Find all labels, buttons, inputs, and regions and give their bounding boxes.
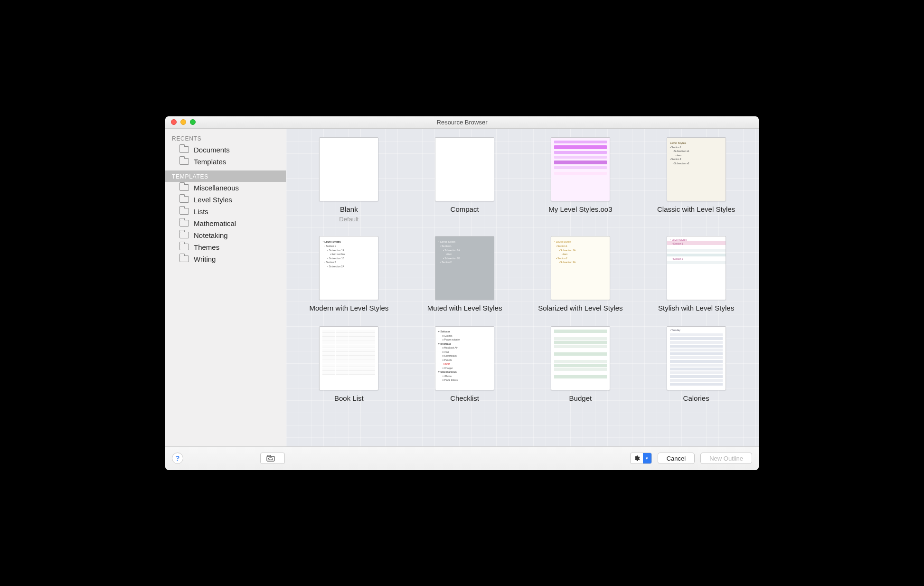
template-name: My Level Styles.oo3 bbox=[548, 205, 612, 214]
sidebar-item-label: Writing bbox=[194, 255, 216, 263]
template-item[interactable]: • Level Styles• Section 1• Subsection 1A… bbox=[301, 236, 397, 313]
template-item[interactable]: • Level Styles• Section 1• Subsection 1A… bbox=[532, 236, 629, 313]
sidebar-item-label: Templates bbox=[194, 158, 226, 166]
template-thumbnail: • Level Styles• Section 1• Subsection 1A… bbox=[435, 236, 494, 300]
template-thumbnail bbox=[319, 137, 378, 201]
window-controls bbox=[165, 119, 196, 125]
folder-icon bbox=[179, 158, 189, 165]
cancel-button[interactable]: Cancel bbox=[658, 453, 695, 464]
resource-browser-window: Resource Browser RECENTS DocumentsTempla… bbox=[165, 116, 759, 470]
folder-icon bbox=[179, 244, 189, 250]
folder-icon bbox=[179, 196, 189, 203]
sidebar-item-label: Mathematical bbox=[194, 219, 236, 227]
template-item[interactable]: My Level Styles.oo3 bbox=[532, 137, 629, 223]
template-name: Muted with Level Styles bbox=[427, 304, 502, 313]
sidebar-item-lists[interactable]: Lists bbox=[165, 206, 286, 217]
minimize-window-button[interactable] bbox=[180, 119, 186, 125]
sidebar-item-level-styles[interactable]: Level Styles bbox=[165, 194, 286, 206]
sidebar-item-themes[interactable]: Themes bbox=[165, 241, 286, 253]
titlebar: Resource Browser bbox=[165, 116, 759, 129]
sidebar-item-templates[interactable]: Templates bbox=[165, 156, 286, 168]
folder-icon bbox=[179, 146, 189, 153]
template-thumbnail: • Tuesday bbox=[667, 326, 726, 390]
template-name: Modern with Level Styles bbox=[310, 304, 389, 313]
sidebar-item-label: Level Styles bbox=[194, 196, 232, 204]
sidebar-item-notetaking[interactable]: Notetaking bbox=[165, 229, 286, 241]
template-name: Calories bbox=[683, 394, 709, 403]
template-item[interactable]: BlankDefault bbox=[301, 137, 397, 223]
sidebar-item-writing[interactable]: Writing bbox=[165, 253, 286, 265]
folder-icon bbox=[179, 184, 189, 191]
close-window-button[interactable] bbox=[171, 119, 177, 125]
svg-text:+: + bbox=[276, 455, 279, 462]
template-thumbnail bbox=[551, 326, 610, 390]
sidebar-section-recents: RECENTS bbox=[165, 132, 286, 144]
template-thumbnail: ▾ Suitcase□ Clothes□ Power adapter▾ Brie… bbox=[435, 326, 494, 390]
template-item[interactable]: • Level Styles• Section 1• Section 2Styl… bbox=[648, 236, 745, 313]
template-name: Book List bbox=[334, 394, 364, 403]
folder-icon bbox=[179, 255, 189, 262]
template-item[interactable]: Level Styles• Section 1• Subsection a1• … bbox=[648, 137, 745, 223]
svg-rect-0 bbox=[267, 456, 274, 461]
folder-icon bbox=[179, 232, 189, 238]
chevron-down-icon: ▾ bbox=[643, 453, 651, 463]
template-name: Blank bbox=[340, 205, 358, 214]
template-name: Compact bbox=[451, 205, 479, 214]
footer-toolbar: ? + ▾ Cancel New Outline bbox=[165, 446, 759, 470]
template-name: Checklist bbox=[450, 394, 479, 403]
template-thumbnail: • Level Styles• Section 1• Subsection 1A… bbox=[551, 236, 610, 300]
window-body: RECENTS DocumentsTemplates TEMPLATES Mis… bbox=[165, 129, 759, 446]
folder-icon bbox=[179, 208, 189, 215]
sidebar: RECENTS DocumentsTemplates TEMPLATES Mis… bbox=[165, 129, 286, 446]
template-thumbnail bbox=[319, 326, 378, 390]
add-linked-folder-button[interactable]: + bbox=[260, 453, 285, 464]
sidebar-item-mathematical[interactable]: Mathematical bbox=[165, 217, 286, 229]
template-item[interactable]: Compact bbox=[416, 137, 513, 223]
template-item[interactable]: Budget bbox=[532, 326, 629, 403]
sidebar-item-label: Themes bbox=[194, 243, 219, 251]
template-item[interactable]: • TuesdayCalories bbox=[648, 326, 745, 403]
template-name: Solarized with Level Styles bbox=[538, 304, 622, 313]
template-name: Stylish with Level Styles bbox=[658, 304, 734, 313]
template-name: Classic with Level Styles bbox=[657, 205, 735, 214]
action-menu-button[interactable]: ▾ bbox=[630, 453, 652, 464]
sidebar-item-miscellaneous[interactable]: Miscellaneous bbox=[165, 182, 286, 194]
template-thumbnail bbox=[435, 137, 494, 201]
sidebar-item-label: Lists bbox=[194, 208, 208, 216]
zoom-window-button[interactable] bbox=[190, 119, 196, 125]
template-subtitle: Default bbox=[339, 216, 358, 223]
new-outline-button: New Outline bbox=[700, 453, 752, 464]
sidebar-item-label: Documents bbox=[194, 146, 230, 154]
template-name: Budget bbox=[569, 394, 592, 403]
template-item[interactable]: Book List bbox=[301, 326, 397, 403]
template-thumbnail: • Level Styles• Section 1• Section 2 bbox=[667, 236, 726, 300]
window-title: Resource Browser bbox=[165, 119, 759, 126]
template-item[interactable]: ▾ Suitcase□ Clothes□ Power adapter▾ Brie… bbox=[416, 326, 513, 403]
gear-icon bbox=[631, 455, 643, 462]
template-item[interactable]: • Level Styles• Section 1• Subsection 1A… bbox=[416, 236, 513, 313]
sidebar-section-templates[interactable]: TEMPLATES bbox=[165, 170, 286, 182]
svg-point-1 bbox=[269, 458, 273, 460]
folder-icon bbox=[179, 220, 189, 227]
template-thumbnail bbox=[551, 137, 610, 201]
template-thumbnail: Level Styles• Section 1• Subsection a1• … bbox=[667, 137, 726, 201]
help-button[interactable]: ? bbox=[172, 453, 183, 464]
sidebar-item-label: Miscellaneous bbox=[194, 184, 239, 192]
sidebar-item-label: Notetaking bbox=[194, 231, 228, 239]
template-grid-area: BlankDefaultCompactMy Level Styles.oo3Le… bbox=[286, 129, 759, 446]
template-thumbnail: • Level Styles• Section 1• Subsection 1A… bbox=[319, 236, 378, 300]
sidebar-item-documents[interactable]: Documents bbox=[165, 144, 286, 156]
